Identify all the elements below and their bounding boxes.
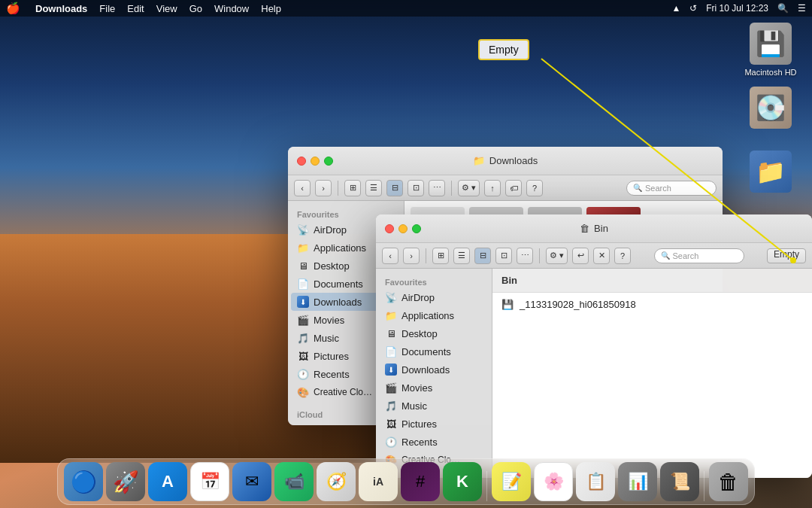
- pictures-label: Pictures: [314, 351, 349, 362]
- help-button[interactable]: ?: [526, 180, 543, 196]
- bin-pictures-icon: 🖼: [385, 418, 397, 430]
- bin-sidebar-desktop[interactable]: 🖥 Desktop: [379, 324, 489, 342]
- spotlight-icon[interactable]: 🔍: [777, 3, 789, 14]
- search-box-downloads[interactable]: 🔍 Search: [626, 181, 717, 196]
- bin-delete-button[interactable]: ✕: [593, 248, 610, 264]
- bin-view-icon-btn[interactable]: ⊞: [432, 248, 449, 264]
- view-extra-btn[interactable]: ⋯: [429, 180, 445, 196]
- bin-sidebar-music[interactable]: 🎵 Music: [379, 397, 489, 415]
- dock-item-calendar[interactable]: 📅: [190, 462, 229, 501]
- bin-view-gallery-btn[interactable]: ⊡: [495, 248, 512, 264]
- bin-sidebar-movies[interactable]: 🎬 Movies: [379, 379, 489, 397]
- bin-item-icon: 💾: [501, 299, 514, 310]
- bin-view-column-btn[interactable]: ⊟: [474, 248, 491, 264]
- dock-divider2: [704, 471, 704, 501]
- dock-item-mail[interactable]: ✉: [232, 462, 271, 501]
- dock-item-photos[interactable]: 🌸: [534, 462, 573, 501]
- view-column-btn[interactable]: ⊟: [386, 180, 403, 196]
- bin-items-area: 💾 _113319028_hi061850918: [492, 293, 812, 478]
- bin-recents-icon: 🕐: [385, 436, 397, 448]
- macintosh-hd-icon: 💾: [750, 23, 792, 65]
- view-list-btn[interactable]: ☰: [365, 180, 382, 196]
- bin-restore-button[interactable]: ↩: [572, 248, 589, 264]
- dock-item-console[interactable]: 📜: [660, 462, 699, 501]
- apple-menu[interactable]: 🍎: [6, 2, 20, 15]
- bin-sidebar-recents[interactable]: 🕐 Recents: [379, 433, 489, 451]
- minimize-button-back[interactable]: [311, 157, 320, 166]
- dock-item-facetime[interactable]: 📹: [274, 462, 314, 501]
- forward-button-downloads[interactable]: ›: [315, 180, 332, 196]
- bin-movies-icon: 🎬: [385, 382, 397, 394]
- bin-view-list-btn[interactable]: ☰: [453, 248, 470, 264]
- menubar-app-name[interactable]: Downloads: [35, 3, 87, 14]
- desktop-icon-macintosh-hd[interactable]: 💾 Macintosh HD: [741, 23, 801, 77]
- minimize-button-front[interactable]: [398, 224, 408, 233]
- help-button-bin[interactable]: ?: [614, 248, 631, 264]
- menubar-help[interactable]: Help: [261, 3, 281, 14]
- bin-sidebar-pictures[interactable]: 🖼 Pictures: [379, 415, 489, 433]
- photos-dock-icon: 🌸: [544, 472, 564, 491]
- dock-item-safari[interactable]: 🧭: [317, 462, 356, 501]
- dock-item-launchpad[interactable]: 🚀: [106, 462, 145, 501]
- appstore-dock-icon: A: [162, 472, 174, 491]
- menubar-edit[interactable]: Edit: [127, 3, 144, 14]
- window-controls-back: [297, 157, 333, 166]
- search-placeholder: Search: [645, 184, 671, 193]
- desktop-icon-sidebar: 🖥: [297, 260, 309, 272]
- maximize-button-front[interactable]: [412, 224, 421, 233]
- menubar-view[interactable]: View: [156, 3, 177, 14]
- titlebar-bin: 🗑 Bin: [376, 214, 812, 243]
- action-button-downloads[interactable]: ⚙ ▾: [458, 180, 480, 196]
- empty-label-tooltip: Empty: [478, 39, 529, 60]
- bin-downloads-icon: ⬇: [385, 364, 397, 376]
- airdrop-label: AirDrop: [314, 224, 347, 236]
- bin-sidebar-applications[interactable]: 📁 Applications: [379, 306, 489, 324]
- desktop-label: Desktop: [314, 260, 350, 272]
- dock-item-finder[interactable]: 🔵: [64, 462, 103, 501]
- maximize-button-back[interactable]: [324, 157, 333, 166]
- search-box-bin[interactable]: 🔍 Search: [654, 248, 744, 263]
- desktop-icon-drive2[interactable]: 💽: [741, 87, 801, 129]
- bin-sidebar-documents[interactable]: 📄 Documents: [379, 342, 489, 360]
- dock-item-activity[interactable]: 📊: [618, 462, 657, 501]
- bin-view-extra-btn[interactable]: ⋯: [517, 248, 533, 264]
- back-button-downloads[interactable]: ‹: [294, 180, 311, 196]
- safari-dock-icon: 🧭: [326, 472, 347, 491]
- bin-item-file[interactable]: 💾 _113319028_hi061850918: [495, 296, 809, 313]
- bin-desktop-label: Desktop: [401, 328, 438, 339]
- empty-button[interactable]: Empty: [767, 248, 806, 263]
- music-label: Music: [314, 333, 339, 344]
- menubar-file[interactable]: File: [99, 3, 115, 14]
- titlebar-downloads: 📁 Downloads: [288, 147, 723, 175]
- forward-button-bin[interactable]: ›: [403, 248, 420, 264]
- view-gallery-btn[interactable]: ⊡: [408, 180, 424, 196]
- view-icon-btn[interactable]: ⊞: [344, 180, 361, 196]
- menubar-window[interactable]: Window: [214, 3, 249, 14]
- notification-icon[interactable]: ☰: [798, 3, 806, 14]
- desktop-icon-drive3[interactable]: 📁: [741, 151, 801, 193]
- dock-item-notes[interactable]: 📝: [492, 462, 531, 501]
- dock-item-trash[interactable]: 🗑: [709, 462, 748, 501]
- dock-item-txt1[interactable]: 📋: [576, 462, 615, 501]
- bin-action-button[interactable]: ⚙ ▾: [546, 248, 568, 264]
- bin-sidebar-airdrop[interactable]: 📡 AirDrop: [379, 288, 489, 306]
- recents-icon: 🕐: [297, 368, 309, 380]
- bin-sidebar-downloads[interactable]: ⬇ Downloads: [379, 360, 489, 379]
- dock-item-appstore[interactable]: A: [148, 462, 187, 501]
- dock-item-slack[interactable]: #: [401, 462, 440, 501]
- share-button[interactable]: ↑: [484, 180, 501, 196]
- menubar: 🍎 Downloads File Edit View Go Window Hel…: [0, 0, 812, 17]
- dock-item-klok[interactable]: K: [443, 462, 482, 501]
- downloads-folder-icon: 📁: [473, 155, 485, 166]
- dock-item-ia[interactable]: iA: [359, 462, 398, 501]
- menubar-left: 🍎 Downloads File Edit View Go Window Hel…: [6, 2, 281, 15]
- bin-applications-label: Applications: [401, 310, 454, 321]
- close-button-back[interactable]: [297, 157, 306, 166]
- tag-button[interactable]: 🏷: [505, 180, 522, 196]
- txt1-dock-icon: 📋: [586, 472, 606, 491]
- applications-icon: 📁: [297, 242, 309, 254]
- close-button-front[interactable]: [385, 224, 394, 233]
- back-button-bin[interactable]: ‹: [382, 248, 398, 264]
- drive2-icon: 💽: [750, 87, 792, 129]
- menubar-go[interactable]: Go: [189, 3, 202, 14]
